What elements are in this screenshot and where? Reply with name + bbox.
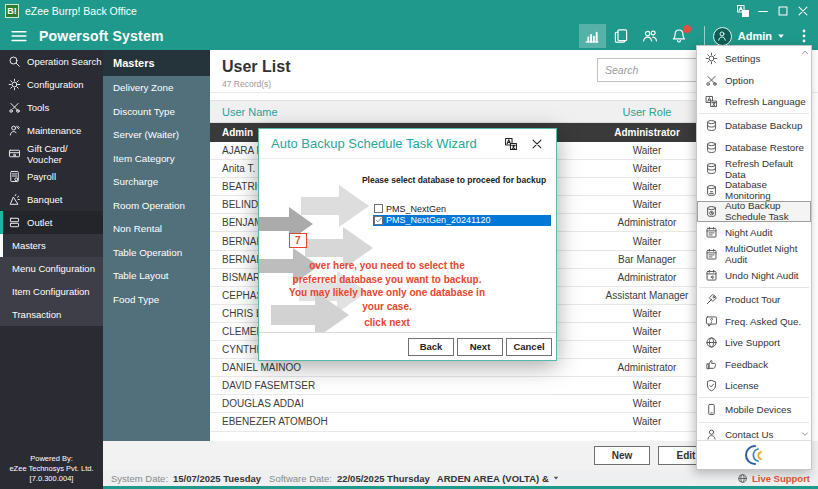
menu-item-multioutlet-night-audit[interactable]: MultiOutlet Night Audit [697,244,811,265]
annotation-text: over here, you need to select the prefer… [287,259,487,313]
search-input[interactable] [597,58,697,82]
language-icon[interactable] [504,137,518,151]
user-name-cell: EBENEZER ATOMBOH [210,416,587,427]
column-header-user-role[interactable]: User Role [587,106,707,118]
outlet-selector[interactable]: ARDEN AREA (VOLTA) & [437,473,560,484]
checkbox-checked-icon[interactable] [374,216,383,225]
sidebar-item-label: Operation Search [27,56,101,67]
system-date-label: System Date: [111,473,168,484]
sidebar-item-maintenance[interactable]: Maintenance [0,119,103,142]
chevron-down-icon[interactable] [776,31,786,41]
settings-context-menu: SettingsOptionRefresh LanguageDatabase B… [696,45,812,470]
masters-item-surcharge[interactable]: Surcharge [103,170,210,194]
menu-item-live-support[interactable]: Live Support [697,332,811,353]
scroll-down-icon[interactable] [800,429,810,439]
users-group-icon [642,28,658,44]
masters-item-server-waiter[interactable]: Server (Waiter) [103,123,210,147]
masters-item-discount-type[interactable]: Discount Type [103,100,210,124]
reports-button[interactable] [608,24,635,48]
powered-by-line1: Powered By: [0,454,103,464]
gift-card-icon [8,147,21,160]
dialog-footer: BackNextCancel [259,332,556,360]
masters-panel-title: Masters [103,50,210,76]
tools-icon [705,74,718,87]
user-avatar[interactable] [713,27,732,46]
auto-backup-wizard-dialog: Auto Backup Schedule Task Wizard Please … [258,128,557,361]
menu-item-license[interactable]: License [697,375,811,396]
search-icon [8,55,21,68]
database-name: PMS_NextGen_20241120 [386,215,490,225]
back-button[interactable]: Back [408,338,454,356]
menu-item-database-backup[interactable]: Database Backup [697,115,811,136]
sidebar-item-tools[interactable]: Tools [0,96,103,119]
sidebar-item-operation-search[interactable]: Operation Search [0,50,103,73]
menu-item-feedback[interactable]: Feedback [697,353,811,374]
menu-item-refresh-default-data[interactable]: Refresh Default Data [697,158,811,179]
masters-item-food-type[interactable]: Food Type [103,288,210,312]
masters-item-table-operation[interactable]: Table Operation [103,241,210,265]
sidebar-subitem-item-configuration[interactable]: Item Configuration [0,280,103,303]
rocket-icon [705,293,718,306]
dashboard-chart-button[interactable] [579,24,606,48]
database-option-pms-nextgen-20241120[interactable]: PMS_NextGen_20241120 [373,215,551,227]
table-row-david-fasemtser[interactable]: DAVID FASEMTSERWaiter [210,377,707,395]
menu-item-settings[interactable]: Settings [697,48,811,69]
checkbox-unchecked-icon[interactable] [374,204,383,213]
sidebar-subitem-menu-configuration[interactable]: Menu Configuration [0,257,103,280]
database-schedule-icon [705,205,718,218]
menu-item-label: Product Tour [725,294,780,305]
database-option-pms-nextgen[interactable]: PMS_NextGen [373,203,551,215]
menu-item-label: Option [725,75,754,86]
live-support-link[interactable]: Live Support [737,473,818,484]
calendar-undo-icon [705,269,718,282]
menu-item-contact-us[interactable]: Contact Us [697,424,811,445]
menu-item-database-restore[interactable]: Database Restore [697,137,811,158]
translate-icon [705,95,718,108]
menu-item-database-monitoring[interactable]: Database Monitoring [697,179,811,200]
masters-item-delivery-zone[interactable]: Delivery Zone [103,76,210,100]
reports-icon [613,28,629,44]
masters-item-item-category[interactable]: Item Category [103,147,210,171]
masters-item-non-rental[interactable]: Non Rental [103,217,210,241]
powered-by-version: [7.0.300.004] [0,474,103,484]
cancel-button[interactable]: Cancel [506,338,552,356]
notifications-button[interactable] [666,24,693,48]
menu-item-undo-night-audit[interactable]: Undo Night Audit [697,265,811,286]
user-role-cell: Waiter [587,163,707,174]
sidebar-item-outlet[interactable]: Outlet [0,211,103,234]
new-button[interactable]: New [594,446,650,465]
sidebar-item-gift-card-voucher[interactable]: Gift Card/ Voucher [0,142,103,165]
sidebar-item-banquet[interactable]: Banquet [0,188,103,211]
masters-item-room-operation[interactable]: Room Operation [103,194,210,218]
current-user-name[interactable]: Admin [738,30,772,42]
close-icon[interactable] [796,4,810,18]
menu-item-night-audit[interactable]: Night Audit [697,222,811,243]
more-options-icon[interactable] [796,28,812,44]
table-row-ebenezer-atomboh[interactable]: EBENEZER ATOMBOHWaiter [210,413,707,431]
minimize-icon[interactable] [756,4,770,18]
column-header-user-name[interactable]: User Name [210,106,587,118]
menu-item-mobile-devices[interactable]: Mobile Devices [697,399,811,420]
sidebar-item-configuration[interactable]: Configuration [0,73,103,96]
sidebar-subitem-masters[interactable]: Masters [0,234,103,257]
language-icon[interactable] [736,4,750,18]
table-row-daniel-mainoo[interactable]: DANIEL MAINOOAdministrator [210,359,707,377]
menu-item-auto-backup-schedule-task[interactable]: Auto Backup Schedule Task [697,201,811,222]
hamburger-menu-icon[interactable] [9,26,29,46]
sidebar-item-label: Tools [27,102,49,113]
menu-item-product-tour[interactable]: Product Tour [697,289,811,310]
maximize-icon[interactable] [776,4,790,18]
users-button[interactable] [637,24,664,48]
menu-item-freq-asked-que[interactable]: Freq. Asked Que. [697,311,811,332]
sidebar-item-payroll[interactable]: Payroll [0,165,103,188]
next-button[interactable]: Next [457,338,503,356]
scroll-up-icon[interactable] [800,47,810,57]
table-row-douglas-addai[interactable]: DOUGLAS ADDAIWaiter [210,395,707,413]
sidebar-subitem-transaction[interactable]: Transaction [0,303,103,326]
globe-icon [705,336,718,349]
masters-item-table-layout[interactable]: Table Layout [103,264,210,288]
menu-item-option[interactable]: Option [697,69,811,90]
menu-item-refresh-language[interactable]: Refresh Language [697,91,811,112]
close-icon[interactable] [530,137,544,151]
user-role-cell: Waiter [587,398,707,409]
